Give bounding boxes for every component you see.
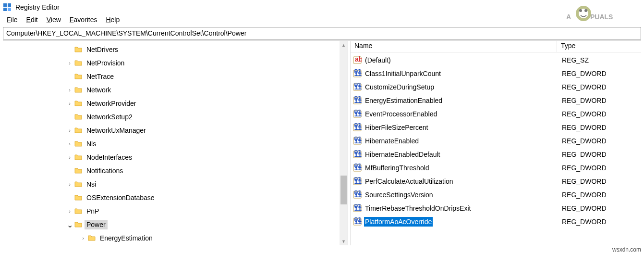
address-bar[interactable]: Computer\HKEY_LOCAL_MACHINE\SYSTEM\Curre… (3, 27, 641, 39)
chevron-right-icon[interactable]: › (65, 207, 74, 215)
tree-item[interactable]: ›PnP (3, 204, 348, 218)
chevron-right-icon[interactable]: › (65, 153, 74, 162)
list-row[interactable]: ab(Default)REG_SZ (351, 53, 641, 67)
value-type: REG_DWORD (558, 190, 641, 200)
svg-point-44 (579, 9, 582, 12)
folder-icon (74, 153, 83, 162)
menu-file[interactable]: File (3, 15, 22, 25)
list-row[interactable]: 011110SourceSettingsVersionREG_DWORD (351, 188, 641, 202)
dword-value-icon: 011110 (352, 163, 362, 173)
chevron-right-icon[interactable]: › (65, 86, 74, 94)
list-row[interactable]: 011110EventProcessorEnabledREG_DWORD (351, 107, 641, 121)
tree-item[interactable]: ›NetworkUxManager (3, 124, 348, 137)
list-row[interactable]: 011110HibernateEnabledDefaultREG_DWORD (351, 148, 641, 161)
folder-icon (74, 126, 83, 135)
tree-item[interactable]: ›NetworkProvider (3, 97, 348, 110)
svg-text:110: 110 (354, 137, 362, 145)
tree-item[interactable]: ›NetDrivers (3, 43, 348, 56)
svg-text:110: 110 (354, 124, 362, 131)
tree-item[interactable]: ›Nsi (3, 177, 348, 191)
col-name[interactable]: Name (351, 41, 557, 52)
value-name: MfBufferingThreshold (364, 163, 430, 173)
chevron-down-icon[interactable]: ⌄ (65, 220, 74, 229)
svg-rect-1 (8, 3, 11, 7)
scroll-up-icon[interactable]: ▲ (340, 41, 348, 49)
menubar: File Edit View Favorites Help (0, 14, 644, 25)
list-row[interactable]: 011110CustomizeDuringSetupREG_DWORD (351, 80, 641, 94)
col-type[interactable]: Type (557, 41, 641, 52)
dword-value-icon: 011110 (352, 136, 362, 146)
list-row[interactable]: 011110PlatformAoAcOverrideREG_DWORD (351, 215, 641, 228)
value-type: REG_DWORD (558, 123, 641, 132)
scroll-thumb[interactable] (340, 176, 347, 204)
value-type: REG_DWORD (558, 109, 641, 119)
value-type: REG_DWORD (558, 163, 641, 173)
folder-icon (74, 45, 83, 54)
address-text: Computer\HKEY_LOCAL_MACHINE\SYSTEM\Curre… (6, 29, 246, 37)
value-name: EnergyEstimationEnabled (364, 96, 443, 105)
value-type: REG_DWORD (558, 177, 641, 186)
tree-item-label: NetworkProvider (85, 99, 138, 108)
tree-item[interactable]: ›NetProvision (3, 56, 348, 70)
menu-favorites[interactable]: Favorites (66, 15, 101, 25)
chevron-right-icon[interactable]: › (65, 59, 74, 67)
tree-scrollbar[interactable]: ▲ ▼ (340, 41, 348, 245)
chevron-right-icon[interactable]: › (65, 126, 74, 135)
dword-value-icon: 011110 (352, 123, 362, 132)
dword-value-icon: 011110 (352, 96, 362, 105)
tree-item[interactable]: ›Notifications (3, 164, 348, 177)
tree-item[interactable]: ›Network (3, 83, 348, 97)
chevron-right-icon[interactable]: › (65, 180, 74, 189)
folder-icon (87, 234, 96, 242)
dword-value-icon: 011110 (352, 203, 362, 213)
menu-view[interactable]: View (43, 15, 65, 25)
dword-value-icon: 011110 (352, 109, 362, 119)
value-type: REG_DWORD (558, 203, 641, 213)
list-row[interactable]: 011110TimerRebaseThresholdOnDripsExitREG… (351, 202, 641, 215)
tree-panel: ›NetDrivers›NetProvision›NetTrace›Networ… (3, 41, 348, 245)
list-row[interactable]: 011110HiberFileSizePercentREG_DWORD (351, 121, 641, 134)
svg-text:110: 110 (354, 218, 362, 226)
folder-icon (74, 113, 83, 121)
tree-item-label: PnP (85, 206, 101, 216)
tree-item[interactable]: ›OSExtensionDatabase (3, 191, 348, 204)
list-row[interactable]: 011110HibernateEnabledREG_DWORD (351, 134, 641, 148)
value-name: (Default) (364, 55, 392, 65)
list-panel: Name Type ab(Default)REG_SZ011110Class1I… (351, 41, 641, 245)
list-row[interactable]: 011110EnergyEstimationEnabledREG_DWORD (351, 94, 641, 107)
svg-rect-3 (8, 8, 11, 11)
tree-item[interactable]: ⌄Power (3, 218, 348, 231)
tree-item-label: NetworkSetup2 (85, 112, 134, 122)
svg-text:PUALS: PUALS (590, 13, 613, 21)
tree-item[interactable]: ›Nls (3, 137, 348, 151)
tree-item[interactable]: ›NetTrace (3, 70, 348, 83)
svg-text:ab: ab (355, 56, 362, 63)
value-name: EventProcessorEnabled (364, 109, 438, 119)
chevron-right-icon[interactable]: › (65, 99, 74, 108)
dword-value-icon: 011110 (352, 190, 362, 200)
tree-item-label: NetTrace (85, 72, 116, 81)
list-row[interactable]: 011110MfBufferingThresholdREG_DWORD (351, 161, 641, 175)
menu-help[interactable]: Help (102, 15, 123, 25)
list-row[interactable]: 011110PerfCalculateActualUtilizationREG_… (351, 175, 641, 188)
list-row[interactable]: 011110Class1InitialUnparkCountREG_DWORD (351, 67, 641, 80)
tree-item[interactable]: ›NodeInterfaces (3, 151, 348, 164)
tree-item-label: Power (85, 220, 108, 229)
tree-item-label: Network (85, 85, 113, 95)
value-type: REG_DWORD (558, 82, 641, 92)
scroll-down-icon[interactable]: ▼ (340, 237, 348, 245)
tree-item-label: EnergyEstimation (98, 233, 155, 243)
folder-icon (74, 220, 83, 229)
tree-item[interactable]: ›EnergyEstimation (3, 231, 348, 245)
svg-text:110: 110 (354, 70, 362, 77)
folder-icon (74, 59, 83, 67)
tree-item[interactable]: ›NetworkSetup2 (3, 110, 348, 124)
chevron-right-icon[interactable]: › (65, 139, 74, 148)
svg-text:110: 110 (354, 191, 362, 199)
value-name: CustomizeDuringSetup (364, 82, 435, 92)
menu-edit[interactable]: Edit (23, 15, 42, 25)
titlebar: Registry Editor (0, 0, 644, 14)
dword-value-icon: 011110 (352, 177, 362, 186)
chevron-right-icon[interactable]: › (79, 234, 87, 242)
tree-item-label: NodeInterfaces (85, 152, 134, 162)
